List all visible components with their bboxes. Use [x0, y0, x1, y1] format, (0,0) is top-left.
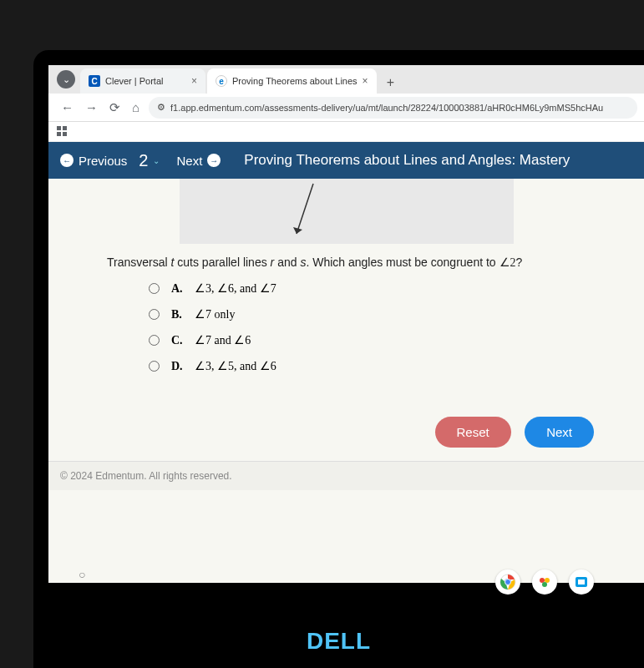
option-b[interactable]: B. ∠7 only: [149, 307, 611, 321]
app-icon-3[interactable]: [569, 569, 594, 595]
footer: © 2024 Edmentum. All rights reserved.: [48, 461, 644, 490]
option-letter: A.: [171, 282, 186, 296]
question-content: Transversal t cuts parallel lines r and …: [48, 179, 644, 583]
option-text: ∠3, ∠5, and ∠6: [195, 359, 276, 373]
previous-button[interactable]: ← Previous: [60, 154, 127, 168]
shelf-circle-icon[interactable]: ○: [79, 568, 85, 581]
question-number: 2: [139, 151, 148, 170]
next-button[interactable]: Next: [525, 417, 594, 448]
close-tab-icon[interactable]: ×: [357, 75, 368, 87]
question-text: Transversal t cuts parallel lines r and …: [107, 256, 611, 270]
assessment-navbar: ← Previous 2 ⌄ Next → Proving Theorems a…: [48, 142, 644, 179]
option-letter: B.: [171, 308, 186, 321]
radio-icon[interactable]: [149, 309, 160, 320]
option-d[interactable]: D. ∠3, ∠5, and ∠6: [149, 359, 611, 373]
option-c[interactable]: C. ∠7 and ∠6: [149, 333, 611, 347]
new-tab-button[interactable]: +: [378, 75, 403, 94]
svg-rect-10: [578, 579, 585, 584]
edmentum-favicon: e: [216, 75, 227, 87]
svg-point-8: [542, 582, 547, 587]
option-a[interactable]: A. ∠3, ∠6, and ∠7: [149, 281, 611, 296]
shelf-icons: [495, 569, 594, 595]
forward-button[interactable]: →: [79, 100, 104, 114]
bookmarks-bar: [48, 122, 644, 142]
options-list: A. ∠3, ∠6, and ∠7 B. ∠7 only C. ∠7 and ∠…: [107, 281, 611, 373]
url-text: f1.app.edmentum.com/assessments-delivery…: [170, 103, 603, 113]
page-title: Proving Theorems about Lines and Angles:…: [244, 152, 570, 169]
tab-title: Clever | Portal: [105, 76, 164, 86]
address-bar[interactable]: ⚙ f1.app.edmentum.com/assessments-delive…: [149, 97, 637, 119]
arrow-right-icon: →: [207, 154, 221, 167]
reload-button[interactable]: ⟳: [104, 100, 126, 115]
radio-icon[interactable]: [149, 283, 160, 294]
diagram-area: [180, 179, 514, 244]
tab-title: Proving Theorems about Lines: [232, 76, 357, 86]
option-letter: C.: [171, 334, 186, 347]
radio-icon[interactable]: [149, 361, 160, 372]
laptop-frame: ⌄ C Clever | Portal × e Proving Theorems…: [33, 50, 644, 668]
dell-logo: DELL: [307, 628, 371, 655]
tab-clever-portal[interactable]: C Clever | Portal ×: [80, 68, 205, 94]
next-label: Next: [176, 154, 202, 168]
chevron-down-icon[interactable]: ⌄: [153, 156, 160, 165]
arrow-icon: [288, 182, 322, 244]
button-row: Reset Next: [48, 395, 644, 461]
svg-point-7: [545, 578, 550, 583]
svg-point-4: [505, 579, 511, 585]
option-letter: D.: [171, 360, 186, 373]
tab-edmentum[interactable]: e Proving Theorems about Lines ×: [207, 68, 377, 94]
back-button[interactable]: ←: [55, 100, 79, 114]
browser-toolbar: ← → ⟳ ⌂ ⚙ f1.app.edmentum.com/assessment…: [48, 94, 644, 122]
close-tab-icon[interactable]: ×: [186, 75, 197, 87]
radio-icon[interactable]: [149, 335, 160, 346]
previous-label: Previous: [79, 154, 127, 168]
reset-button[interactable]: Reset: [435, 417, 511, 448]
svg-point-6: [540, 578, 545, 583]
chrome-icon[interactable]: [495, 569, 520, 595]
clever-favicon: C: [89, 75, 100, 87]
home-button[interactable]: ⌂: [126, 100, 145, 114]
option-text: ∠7 and ∠6: [195, 333, 251, 347]
option-text: ∠3, ∠6, and ∠7: [195, 281, 276, 296]
svg-line-0: [297, 184, 313, 234]
question-block: Transversal t cuts parallel lines r and …: [48, 244, 644, 395]
tab-search-button[interactable]: ⌄: [57, 70, 75, 89]
arrow-left-icon: ←: [60, 154, 74, 167]
option-text: ∠7 only: [195, 307, 235, 321]
next-nav-button[interactable]: Next →: [176, 154, 221, 168]
site-settings-icon[interactable]: ⚙: [157, 102, 165, 113]
screen: ⌄ C Clever | Portal × e Proving Theorems…: [48, 65, 644, 583]
apps-icon[interactable]: [57, 126, 68, 138]
app-icon-2[interactable]: [532, 569, 557, 595]
browser-tab-strip: ⌄ C Clever | Portal × e Proving Theorems…: [48, 65, 644, 94]
